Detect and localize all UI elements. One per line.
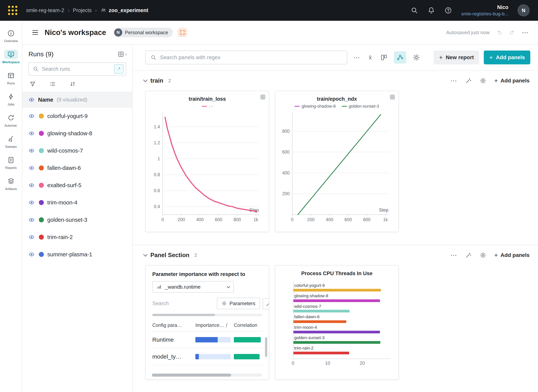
visibility-eye-icon[interactable] <box>28 97 35 103</box>
column-importance[interactable]: Importance… ƒ <box>195 322 234 328</box>
visibility-eye-icon[interactable] <box>28 251 35 257</box>
run-row[interactable]: wild-cosmos-7 <box>22 142 132 159</box>
visibility-eye-icon[interactable] <box>28 165 35 171</box>
run-row[interactable]: golden-sunset-3 <box>22 211 132 229</box>
new-report-button[interactable]: + New report <box>434 51 479 64</box>
toolbar-more-icon[interactable]: ⋯ <box>351 54 363 61</box>
breadcrumb-project[interactable]: zoo_experiment <box>100 7 148 14</box>
runs-search-input[interactable] <box>42 66 111 72</box>
visibility-eye-icon[interactable] <box>28 148 35 154</box>
magic-wand-icon[interactable] <box>465 77 472 84</box>
sidebar-item-jobs[interactable]: Jobs <box>0 89 22 110</box>
x-axis-settings-icon[interactable]: x̄ <box>367 54 374 61</box>
epoch-ndx-chart[interactable]: 20040060080002004006008001kStep <box>275 110 398 228</box>
chart-panel-train-loss[interactable]: train/train_loss : - 0.40.60.811.21.4020… <box>145 91 269 232</box>
bar-group[interactable]: golden-sunset-3 <box>293 335 391 344</box>
collapse-chevron-icon[interactable] <box>143 252 148 257</box>
cpu-threads-chart[interactable]: colorful-yogurt-9glowing-shadow-8wild-co… <box>293 281 391 366</box>
visibility-eye-icon[interactable] <box>28 182 35 188</box>
workspace-type-badge[interactable]: N Personal workspace <box>113 28 173 37</box>
chart-panel-epoch-ndx[interactable]: train/epoch_ndx glowing-shadow-8golden-s… <box>275 91 399 232</box>
bar-group[interactable]: wild-cosmos-7 <box>293 304 391 313</box>
run-row[interactable]: trim-rain-2 <box>22 229 132 246</box>
legend-item[interactable]: : - <box>202 104 213 109</box>
magic-fill-button[interactable] <box>263 298 269 310</box>
section-settings-gear-icon[interactable] <box>480 77 486 84</box>
magic-wand-icon[interactable] <box>465 252 472 259</box>
param-table-row[interactable]: Runtime <box>152 331 262 348</box>
regex-toggle-button[interactable]: .* <box>114 64 123 74</box>
undo-icon[interactable] <box>496 29 503 36</box>
group-list-icon[interactable] <box>49 80 56 87</box>
sidebar-item-reports[interactable]: Reports <box>0 152 22 173</box>
section-title[interactable]: train <box>150 77 163 84</box>
run-row[interactable]: glowing-shadow-8 <box>22 125 132 142</box>
run-row[interactable]: trim-moon-4 <box>22 194 132 211</box>
sort-icon[interactable] <box>69 80 76 87</box>
run-row[interactable]: summer-plasma-1 <box>22 246 132 263</box>
run-flow-icon[interactable] <box>394 51 406 64</box>
section-add-panels-button[interactable]: + Add panels <box>494 78 529 84</box>
workspace-settings-gear-icon[interactable] <box>410 51 422 64</box>
section-more-icon[interactable]: ⋯ <box>450 252 457 258</box>
visibility-eye-icon[interactable] <box>28 234 35 240</box>
wandb-logo[interactable] <box>7 5 19 16</box>
visibility-eye-icon[interactable] <box>28 217 35 223</box>
bar-group[interactable]: fallen-dawn-6 <box>293 314 391 323</box>
bottom-scrollbar[interactable] <box>152 373 262 377</box>
param-table-row[interactable]: model_ty… <box>152 348 262 365</box>
add-panels-button[interactable]: + Add panels <box>484 51 530 64</box>
user-menu[interactable]: Nico smle-registries-bug-b... <box>461 4 508 17</box>
breadcrumb-projects[interactable]: Projects <box>73 8 92 14</box>
visibility-eye-icon[interactable] <box>28 200 35 205</box>
scrollbar-thumb[interactable] <box>152 373 231 377</box>
sidebar-item-sweeps[interactable]: Sweeps <box>0 131 22 152</box>
runs-table-expand-button[interactable]: › <box>118 51 127 58</box>
panel-search-input[interactable] <box>160 54 342 61</box>
filter-funnel-icon[interactable] <box>29 80 36 87</box>
help-icon[interactable] <box>444 7 452 14</box>
column-correlation[interactable]: Correlation <box>234 322 257 328</box>
redo-icon[interactable] <box>509 29 516 36</box>
collapse-chevron-icon[interactable] <box>143 78 148 82</box>
sidebar-item-artifacts[interactable]: Artifacts <box>0 173 22 195</box>
vertical-scrollbar[interactable] <box>265 337 267 357</box>
section-add-panels-button[interactable]: + Add panels <box>494 252 529 258</box>
panel-search[interactable] <box>145 51 347 64</box>
bar-group[interactable]: colorful-yogurt-9 <box>293 283 391 291</box>
section-settings-gear-icon[interactable] <box>480 252 486 259</box>
bar-group[interactable]: trim-moon-4 <box>293 325 391 333</box>
search-icon[interactable] <box>411 7 418 14</box>
panel-handle-icon[interactable] <box>390 94 395 99</box>
runs-list-header[interactable]: Name (9 visualized) <box>22 92 132 107</box>
sidebar-item-workspace[interactable]: Workspace <box>0 47 22 68</box>
section-more-icon[interactable]: ⋯ <box>450 77 457 84</box>
workspace-view-icon[interactable] <box>178 28 187 37</box>
horizontal-scrollbar[interactable] <box>152 314 262 316</box>
sidebar-item-automat[interactable]: Automat. <box>0 110 22 131</box>
menu-icon[interactable] <box>31 28 40 37</box>
legend-item[interactable]: glowing-shadow-8 <box>295 104 335 109</box>
visibility-eye-icon[interactable] <box>28 130 35 136</box>
run-row[interactable]: colorful-yogurt-9 <box>22 107 132 125</box>
bar-group[interactable]: trim-rain-2 <box>293 346 391 354</box>
sidebar-item-runs[interactable]: Runs <box>0 68 22 89</box>
panel-handle-icon[interactable] <box>260 94 265 99</box>
metric-dropdown[interactable]: _wandb.runtime <box>152 281 234 293</box>
parameters-button[interactable]: Parameters <box>217 298 260 309</box>
run-row[interactable]: fallen-dawn-6 <box>22 159 132 177</box>
visibility-eye-icon[interactable] <box>28 113 35 119</box>
param-importance-panel[interactable]: Parameter importance with respect to _wa… <box>145 265 269 380</box>
scrollbar-thumb[interactable] <box>152 314 215 316</box>
breadcrumb-team[interactable]: smle-reg-team-2 <box>26 8 64 14</box>
legend-item[interactable]: golden-sunset-3 <box>342 104 379 109</box>
param-search-input[interactable] <box>152 301 202 307</box>
panel-layout-icon[interactable] <box>378 51 390 64</box>
train-loss-chart[interactable]: 0.40.60.811.21.402004006008001kStep <box>146 110 269 228</box>
section-title[interactable]: Panel Section <box>150 252 189 259</box>
bar-group[interactable]: glowing-shadow-8 <box>293 294 391 302</box>
avatar[interactable]: N <box>518 5 529 16</box>
run-row[interactable]: exalted-surf-5 <box>22 177 132 194</box>
sidebar-item-overview[interactable]: Overview <box>0 25 22 47</box>
column-config-parameter[interactable]: Config para… <box>152 322 195 328</box>
